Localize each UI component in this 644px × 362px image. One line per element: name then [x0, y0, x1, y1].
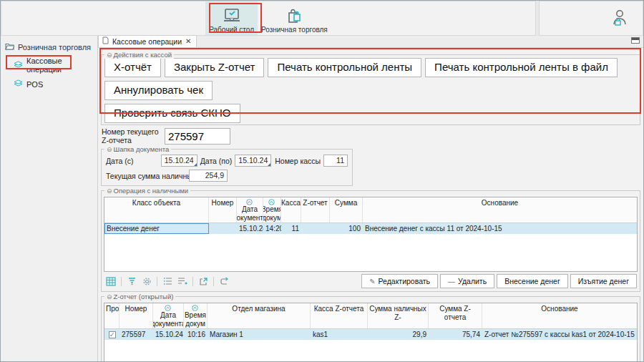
date-from-input[interactable]: 15.10.24 [161, 155, 197, 167]
toolbar-separator [213, 277, 214, 286]
repeat-icon[interactable] [218, 275, 230, 288]
col-doc-date[interactable]: Дата документа [237, 197, 263, 222]
cell-basis[interactable]: Z-отчет №275597 с кассы kas1 от 2024-10-… [482, 329, 637, 340]
group-document-header-title: ⊖Шапка документа [104, 145, 171, 153]
sidebar-root-retail[interactable]: Розничная торговля [1, 40, 97, 54]
list-icon[interactable] [161, 275, 174, 288]
col-basis[interactable]: Основание [363, 197, 637, 222]
export-icon[interactable] [197, 275, 210, 288]
panel-restore-icon[interactable] [631, 37, 640, 44]
cell-store-dept[interactable]: Магазин 1 [208, 329, 311, 340]
cell-z-report[interactable] [301, 223, 330, 234]
table-empty-area [104, 234, 637, 271]
cell-number[interactable]: 275597 [119, 329, 153, 340]
collapse-icon[interactable]: ⊖ [107, 293, 112, 300]
date-to-input[interactable]: 15.10.24 [235, 155, 271, 167]
sort-asc-icon [192, 305, 198, 311]
cell-number[interactable] [209, 223, 237, 234]
check-skno-button[interactable]: Проверить связь СКНО [104, 104, 240, 123]
withdraw-money-button[interactable]: Изъятие денег [570, 274, 637, 288]
cell-doc-date[interactable]: 15.10.24 [237, 223, 263, 234]
cell-z-kassa[interactable]: kas1 [311, 329, 368, 340]
col-number[interactable]: Номер [209, 197, 237, 222]
table-header-row: Класс объекта Номер Дата документа Время… [104, 197, 637, 223]
checkbox-checked-icon[interactable]: ✓ [109, 331, 116, 338]
field-corner-mark [268, 163, 270, 166]
cell-basis[interactable]: Внесение денег с кассы 11 от 2024-10-15 [363, 223, 637, 234]
cell-posted[interactable]: ✓ [104, 329, 119, 340]
tab-close-icon[interactable]: ✕ [185, 38, 191, 45]
collapse-icon[interactable]: ⊖ [107, 52, 112, 59]
table-header-row: Проведен Номер Дата документа Время доку… [104, 303, 637, 329]
collapse-icon[interactable]: ⊖ [107, 187, 112, 195]
tool-retail[interactable]: Розничная торговля [258, 1, 331, 35]
filter-icon[interactable] [125, 275, 138, 288]
col-z-report[interactable]: Z-отчет [301, 197, 330, 222]
col-store-dept[interactable]: Отдел магазина [208, 303, 311, 328]
z-number-input[interactable] [165, 128, 230, 145]
edit-button[interactable]: ✎Редактировать [361, 274, 438, 288]
sidebar-root-label: Розничная торговля [18, 43, 91, 52]
col-z-cash-sum[interactable]: Сумма наличных Z- [368, 303, 429, 328]
user-lock-icon[interactable] [611, 8, 628, 29]
top-toolbar-user-area [539, 1, 643, 36]
tab-bar: Кассовые операции ✕ [98, 36, 643, 48]
cell-z-cash-sum[interactable]: 29,9 [368, 329, 429, 340]
tool-retail-label: Розничная торговля [261, 26, 328, 34]
z-number-row: Номер текущего Z-отчета [102, 127, 640, 145]
current-cash-input[interactable]: 254,9 [189, 170, 228, 182]
sidebar-item-cash-operations[interactable]: Кассовые операции [1, 54, 97, 77]
minus-icon: — [448, 278, 455, 285]
print-control-tape-file-button[interactable]: Печать контрольной ленты в файл [425, 58, 618, 77]
cell-object-class[interactable]: Внесение денег [104, 223, 209, 234]
cell-doc-time[interactable]: 14:20 [263, 223, 281, 234]
tool-desktop-label: Рабочий стол [209, 26, 254, 34]
table-grid-icon[interactable] [104, 275, 117, 288]
annul-receipt-button[interactable]: Аннулировать чек [104, 81, 213, 100]
col-doc-time[interactable]: Время докум [263, 197, 281, 222]
col-posted[interactable]: Проведен [104, 303, 119, 328]
cell-doc-date[interactable]: 15.10.24 [153, 329, 184, 340]
field-corner-mark [194, 163, 197, 166]
tool-desktop[interactable]: Рабочий стол [205, 1, 258, 35]
col-number[interactable]: Номер [119, 303, 153, 328]
layers-diamond-icon [14, 79, 23, 89]
col-z-kassa[interactable]: Касса Z-отчета [311, 303, 368, 328]
tab-label: Кассовые операции [112, 37, 182, 46]
table-row[interactable]: ✓ 275597 15.10.24 10:16 Магазин 1 kas1 2… [104, 329, 637, 340]
table-row[interactable]: Внесение денег 15.10.24 14:20 11 100 Вне… [104, 223, 637, 234]
cash-operations-table: Класс объекта Номер Дата документа Время… [104, 197, 638, 272]
close-z-report-button[interactable]: Закрыть Z-отчет [165, 58, 265, 77]
collapse-icon[interactable]: ⊖ [107, 146, 112, 153]
cell-kassa[interactable]: 11 [281, 223, 301, 234]
group-cash-actions: ⊖Действия с кассой X-отчёт Закрыть Z-отч… [101, 54, 640, 125]
col-basis[interactable]: Основание [482, 303, 637, 328]
col-doc-date[interactable]: Дата документа [153, 303, 184, 328]
col-kassa[interactable]: Касса [281, 197, 301, 222]
gear-icon[interactable] [140, 275, 153, 288]
cell-doc-time[interactable]: 10:16 [184, 329, 208, 340]
toolbar-separator [121, 277, 122, 286]
col-doc-time[interactable]: Время докум [184, 303, 208, 328]
delete-button[interactable]: —Удалить [440, 274, 494, 288]
col-z-sum[interactable]: Сумма Z-отчета [429, 303, 482, 328]
desktop-check-icon [223, 6, 241, 26]
current-cash-label: Текущая сумма наличных в кассе [106, 172, 189, 180]
group-z-report-title: ⊖Z-отчет (открытый) [104, 293, 175, 300]
x-report-button[interactable]: X-отчёт [104, 58, 161, 77]
list-add-icon[interactable] [176, 275, 189, 288]
group-cash-actions-title: ⊖Действия с кассой [104, 51, 174, 59]
sidebar-item-label: POS [26, 80, 43, 89]
sort-asc-icon [246, 199, 253, 205]
deposit-money-button[interactable]: Внесение денег [497, 274, 568, 288]
col-sum[interactable]: Сумма [330, 197, 363, 222]
tab-cash-operations[interactable]: Кассовые операции ✕ [98, 35, 197, 47]
print-control-tape-button[interactable]: Печать контрольной ленты [268, 58, 421, 77]
kassa-number-input[interactable]: 11 [323, 155, 348, 167]
sidebar-item-label: Кассовые операции [26, 57, 94, 74]
cell-sum[interactable]: 100 [330, 223, 363, 234]
cell-z-sum[interactable]: 75,74 [429, 329, 482, 340]
col-object-class[interactable]: Класс объекта [104, 197, 209, 222]
sidebar-item-pos[interactable]: POS [1, 77, 97, 92]
toolbar-separator [157, 277, 157, 286]
